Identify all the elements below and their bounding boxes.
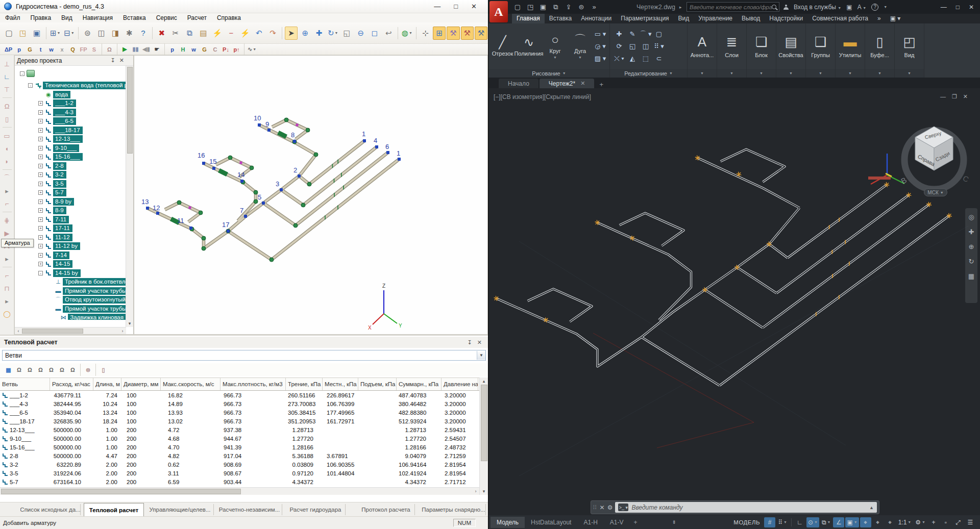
- tree-vertical-scrollbar[interactable]: ▾: [126, 66, 133, 327]
- preview-icon[interactable]: ◫: [95, 27, 108, 40]
- column-header[interactable]: Трение, кПа: [286, 378, 323, 390]
- tree-item[interactable]: +15-16___: [15, 153, 126, 162]
- table-row[interactable]: 3-263220.892.002000.62908.690.03809106.9…: [0, 460, 479, 469]
- redo-icon[interactable]: ↷: [266, 27, 279, 40]
- tree-item[interactable]: +3-2: [15, 170, 126, 180]
- menu-2[interactable]: Вид: [56, 14, 78, 22]
- delete-icon[interactable]: ✖: [155, 27, 168, 40]
- ribbon-tab-8[interactable]: Совместная работа: [807, 14, 873, 23]
- panel-label-edit[interactable]: Редактирование▼: [610, 69, 687, 78]
- close-icon[interactable]: ✕: [477, 339, 482, 346]
- height-icon[interactable]: ⌐: [2, 271, 12, 280]
- column-header[interactable]: Длина, м: [93, 378, 121, 390]
- tb-btn-7[interactable]: FP: [79, 45, 88, 54]
- tb-btn-19[interactable]: w: [189, 45, 199, 54]
- rotate-icon[interactable]: ↻▼: [327, 27, 339, 40]
- table-row[interactable]: ___4-3382444.9510.2410014.89966.73273.70…: [0, 399, 479, 408]
- expand-icon[interactable]: -: [28, 83, 33, 88]
- database-icon[interactable]: ◨: [109, 27, 121, 40]
- tube-icon[interactable]: ▯: [2, 114, 12, 123]
- branch-pipe-icon[interactable]: ⊥: [2, 59, 12, 68]
- pipe-in-icon[interactable]: ◖: [2, 144, 12, 153]
- close-icon[interactable]: ✕: [119, 57, 124, 64]
- save-icon[interactable]: ▣: [537, 2, 549, 12]
- panel-flyout-0[interactable]: ▼: [688, 69, 717, 78]
- column-header[interactable]: Макс.плотность, кг/м3: [220, 378, 286, 390]
- table-row[interactable]: ___18-17326835.9018.2410013.02966.73351.…: [0, 417, 479, 425]
- column-header[interactable]: Диаметр, мм: [121, 378, 161, 390]
- more-tools-icon[interactable]: »: [589, 2, 600, 12]
- autodesk-a-icon[interactable]: A ▼: [857, 4, 867, 11]
- search-icon[interactable]: [772, 5, 776, 9]
- customization-menu-icon[interactable]: ☰: [965, 517, 976, 527]
- flask6-icon[interactable]: Ω: [68, 365, 78, 374]
- tb-btn-10[interactable]: Ω: [105, 45, 114, 54]
- tree-item[interactable]: +12-13___: [15, 135, 126, 144]
- plot-icon[interactable]: ⊜: [576, 2, 587, 12]
- tb-btn-15[interactable]: ☛: [152, 45, 162, 54]
- scale-value[interactable]: 1:1▼: [897, 517, 913, 527]
- edit-tool-icon-11[interactable]: ⊂: [653, 53, 665, 64]
- autocad-logo-icon[interactable]: A: [489, 1, 508, 22]
- tb-btn-0[interactable]: ΔP: [4, 45, 13, 54]
- draw-extra-icon-1[interactable]: ◶ ▾: [594, 41, 606, 52]
- tab-2[interactable]: Управляющие/целев...: [146, 504, 214, 515]
- panel-flyout-5[interactable]: ▼: [836, 69, 865, 78]
- vp-restore-icon[interactable]: ❐: [952, 93, 957, 100]
- drawing-canvas[interactable]: [−][СВ изометрия][Скрытие линий] — ❐ ✕ В…: [488, 88, 980, 515]
- navigation-bar[interactable]: ◎✚⊕↻▦: [965, 208, 977, 303]
- table-icon[interactable]: ⊟▼: [63, 27, 76, 40]
- edit-tool-icon-2[interactable]: ⤬ ▾: [613, 53, 625, 64]
- polar-icon[interactable]: ⊙▼: [806, 517, 819, 527]
- tree-item[interactable]: -14-15 by: [15, 269, 126, 278]
- tree-item[interactable]: +2-8: [15, 162, 126, 171]
- table-row[interactable]: 12-13___500000.001.002004.72937.381.2871…: [0, 425, 479, 434]
- print-icon[interactable]: ⊜: [81, 27, 94, 40]
- expand-icon[interactable]: -: [20, 71, 24, 76]
- tree-item[interactable]: +7-14: [15, 251, 126, 260]
- tab-5[interactable]: Протокол расчета: [357, 504, 415, 515]
- ribbon-tabs-overflow-icon[interactable]: »: [873, 14, 886, 23]
- flask3-icon[interactable]: Ω: [36, 365, 45, 374]
- insert-node2-icon[interactable]: ⚡: [238, 27, 251, 40]
- tree-item[interactable]: +5-7: [15, 188, 126, 197]
- insert-node-icon[interactable]: ⚡: [211, 27, 224, 40]
- layout-tab-A1-V[interactable]: A1-V: [604, 517, 630, 528]
- osnap-icon[interactable]: ▣▼: [845, 517, 859, 527]
- tube-icon[interactable]: ▯: [99, 365, 108, 374]
- draw-отрезок-button[interactable]: ╱Отрезок: [491, 26, 514, 67]
- draw-extra-icon-0[interactable]: ▭ ▾: [594, 29, 606, 40]
- close-icon[interactable]: ✕: [969, 4, 974, 11]
- tree-item[interactable]: +___18-17: [15, 126, 126, 135]
- command-prompt-icon[interactable]: >_ ▾: [618, 503, 628, 511]
- table-row[interactable]: 5-7673164.102.002006.59903.444.343724.34…: [0, 477, 479, 486]
- tree-item[interactable]: ⊥Тройник в бок.ответвле: [15, 278, 126, 287]
- view-mode-combobox[interactable]: Ветви ▼: [2, 350, 486, 361]
- chevron-down-icon[interactable]: ▼: [477, 351, 485, 360]
- tb-btn-1[interactable]: p: [14, 45, 24, 54]
- tb-btn-3[interactable]: t: [36, 45, 45, 54]
- close-tab-icon[interactable]: ✕: [580, 80, 585, 87]
- expand-icon[interactable]: +: [38, 119, 43, 123]
- expand-icon[interactable]: +: [38, 182, 43, 186]
- expand-icon[interactable]: +: [38, 262, 43, 266]
- vp-minimize-icon[interactable]: —: [940, 93, 946, 100]
- ribbon-tab-2[interactable]: Аннотации: [576, 14, 616, 23]
- table-row[interactable]: 2-8500000.004.472004.82917.045.361883.67…: [0, 451, 479, 460]
- autotrack-icon[interactable]: ∠: [833, 517, 844, 527]
- pan-icon[interactable]: ✚: [312, 27, 325, 40]
- draw-extra-icon-2[interactable]: ▨ ▾: [594, 53, 606, 64]
- print-icon[interactable]: ⊜: [83, 365, 93, 374]
- tree-item[interactable]: +___6-5: [15, 117, 126, 126]
- save-as-icon[interactable]: ⧉: [550, 2, 561, 12]
- column-header[interactable]: Местн., кПа: [323, 378, 358, 390]
- tb-btn-14[interactable]: ◀▮: [141, 45, 151, 54]
- pipe-insert-icon[interactable]: ⚒: [461, 27, 474, 40]
- tb-btn-2[interactable]: G: [25, 45, 35, 54]
- clean-screen-icon[interactable]: ⤢: [952, 517, 964, 527]
- panel-flyout-1[interactable]: ▼: [717, 69, 746, 78]
- table-horizontal-scrollbar[interactable]: ›: [0, 487, 479, 495]
- ribbon-tab-6[interactable]: Вывод: [737, 14, 765, 23]
- expand-icon[interactable]: +: [38, 253, 43, 258]
- axes-icon[interactable]: ⊹: [419, 27, 432, 40]
